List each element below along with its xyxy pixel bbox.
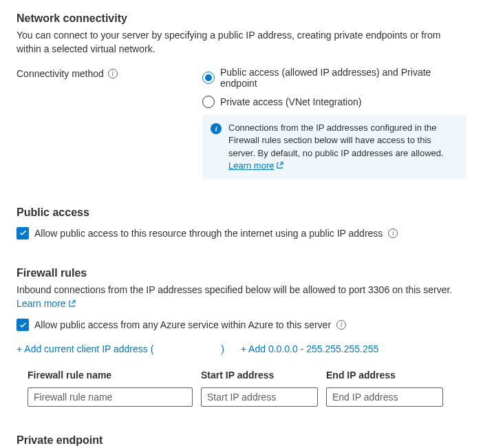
firewall-action-links: + Add current client IP address ( ) + Ad… bbox=[17, 343, 466, 354]
firewall-rule-name-input[interactable] bbox=[28, 387, 193, 407]
info-icon: i bbox=[211, 123, 222, 134]
firewall-table-header: Firewall rule name Start IP address End … bbox=[17, 370, 466, 381]
public-access-checkbox[interactable] bbox=[17, 227, 29, 239]
public-access-checkbox-row: Allow public access to this resource thr… bbox=[17, 227, 466, 239]
radio-private-access[interactable]: Private access (VNet Integration) bbox=[202, 96, 466, 108]
azure-services-checkbox-label: Allow public access from any Azure servi… bbox=[34, 319, 331, 330]
firewall-rules-title: Firewall rules bbox=[17, 267, 466, 279]
firewall-learn-more-text: Learn more bbox=[17, 297, 66, 311]
private-endpoint-section: Private endpoint Create private endpoint… bbox=[17, 434, 466, 448]
connectivity-method-label: Connectivity method bbox=[17, 68, 104, 79]
network-connectivity-title: Network connectivity bbox=[17, 12, 466, 25]
start-ip-input[interactable] bbox=[201, 387, 318, 407]
firewall-rules-section: Firewall rules Inbound connections from … bbox=[17, 267, 466, 407]
radio-public-access[interactable]: Public access (allowed IP addresses) and… bbox=[202, 67, 466, 89]
add-current-pre: + Add current client IP address ( bbox=[17, 343, 156, 354]
info-icon[interactable]: i bbox=[108, 69, 118, 78]
radio-public-label: Public access (allowed IP addresses) and… bbox=[220, 67, 466, 89]
info-box-message: Connections from the IP addresses config… bbox=[228, 122, 444, 158]
firewall-table-row bbox=[17, 387, 466, 407]
network-connectivity-section: Network connectivity You can connect to … bbox=[17, 12, 466, 179]
public-access-section: Public access Allow public access to thi… bbox=[17, 206, 466, 239]
connectivity-info-text: Connections from the IP addresses config… bbox=[228, 122, 458, 172]
col-start-ip: Start IP address bbox=[201, 370, 318, 381]
private-endpoint-title: Private endpoint bbox=[17, 434, 466, 447]
external-link-icon bbox=[68, 300, 76, 308]
external-link-icon bbox=[276, 162, 283, 169]
add-ip-range-link[interactable]: + Add 0.0.0.0 - 255.255.255.255 bbox=[241, 343, 378, 354]
col-end-ip: End IP address bbox=[326, 370, 443, 381]
learn-more-link[interactable]: Learn more bbox=[228, 160, 283, 172]
network-connectivity-description: You can connect to your server by specif… bbox=[17, 29, 466, 56]
add-current-post: ) bbox=[218, 343, 224, 354]
end-ip-input[interactable] bbox=[326, 387, 443, 407]
connectivity-info-box: i Connections from the IP addresses conf… bbox=[202, 115, 466, 179]
checkmark-icon bbox=[19, 321, 28, 330]
info-icon[interactable]: i bbox=[388, 228, 398, 238]
checkmark-icon bbox=[19, 228, 28, 237]
firewall-desc-text: Inbound connections from the IP addresse… bbox=[17, 284, 452, 295]
radio-icon bbox=[202, 72, 215, 84]
learn-more-text: Learn more bbox=[228, 160, 274, 172]
info-icon[interactable]: i bbox=[336, 320, 346, 330]
add-current-ip-link[interactable]: + Add current client IP address ( ) bbox=[17, 343, 224, 354]
firewall-rules-description: Inbound connections from the IP addresse… bbox=[17, 284, 466, 310]
azure-services-checkbox[interactable] bbox=[17, 319, 29, 331]
connectivity-method-row: Connectivity method i Public access (all… bbox=[17, 67, 466, 179]
connectivity-method-controls: Public access (allowed IP addresses) and… bbox=[202, 67, 466, 179]
connectivity-method-label-col: Connectivity method i bbox=[17, 67, 202, 79]
public-access-checkbox-label: Allow public access to this resource thr… bbox=[34, 228, 383, 239]
public-access-title: Public access bbox=[17, 206, 466, 219]
azure-services-checkbox-row: Allow public access from any Azure servi… bbox=[17, 319, 466, 331]
radio-icon bbox=[202, 96, 215, 108]
radio-private-label: Private access (VNet Integration) bbox=[220, 96, 361, 107]
firewall-learn-more-link[interactable]: Learn more bbox=[17, 297, 76, 311]
col-firewall-rule-name: Firewall rule name bbox=[28, 370, 193, 381]
